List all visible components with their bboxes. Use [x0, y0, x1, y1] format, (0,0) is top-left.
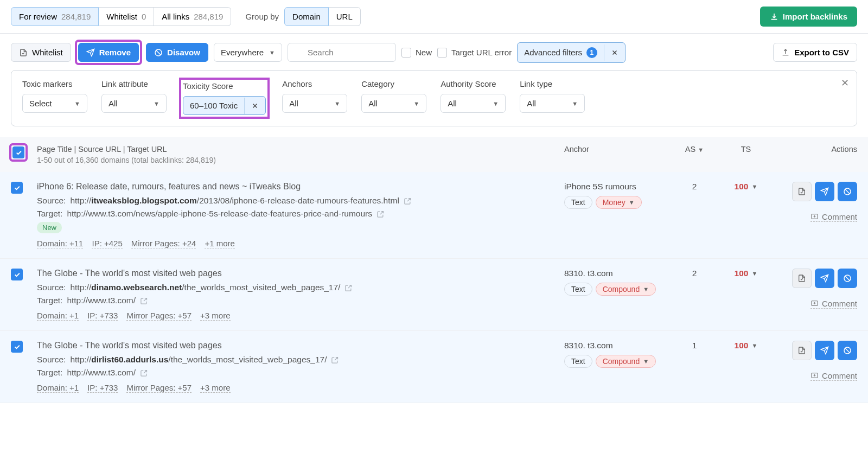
- th-main-label: Page Title | Source URL | Target URL: [37, 145, 564, 154]
- tab-label: Whitelist: [106, 12, 137, 21]
- row-whitelist-button[interactable]: [792, 341, 812, 360]
- row-disavow-button[interactable]: [838, 269, 857, 288]
- meta-link[interactable]: IP: +733: [87, 383, 118, 393]
- search-input[interactable]: [288, 43, 396, 62]
- anchor-badge[interactable]: Text: [564, 283, 592, 296]
- filter-toxic-markers: Toxic markers Select ▼: [22, 79, 87, 117]
- row-whitelist-button[interactable]: [792, 182, 812, 201]
- target-url-error-checkbox[interactable]: Target URL error: [437, 48, 512, 58]
- export-csv-button[interactable]: Export to CSV: [773, 43, 857, 62]
- dropdown-value: Select: [29, 99, 52, 108]
- row-disavow-button[interactable]: [838, 182, 857, 201]
- import-backlinks-button[interactable]: Import backlinks: [760, 7, 857, 27]
- dropdown-value: All: [108, 99, 118, 108]
- filter-label: Anchors: [282, 79, 347, 88]
- advanced-filters-main[interactable]: Advanced filters 1: [518, 43, 604, 62]
- meta-link[interactable]: Mirror Pages: +57: [126, 383, 192, 393]
- toxicity-score-chip[interactable]: 60–100 Toxic: [183, 96, 266, 115]
- top-tabs-bar: For review 284,819 Whitelist 0 All links…: [0, 0, 868, 34]
- row-source: Source: http://itweaksblog.blogspot.com/…: [37, 196, 564, 206]
- select-all-wrap: [11, 145, 37, 160]
- meta-link[interactable]: Mirror Pages: +57: [126, 311, 192, 321]
- anchor-badge[interactable]: Compound ▼: [596, 283, 656, 296]
- ts-value[interactable]: 100 ▼: [735, 182, 758, 192]
- anchor-badge[interactable]: Text: [564, 196, 592, 209]
- row-remove-button[interactable]: [815, 269, 834, 288]
- row-whitelist-button[interactable]: [792, 269, 812, 288]
- tab-all-links[interactable]: All links 284,819: [154, 7, 231, 26]
- meta-link[interactable]: Domain: +1: [37, 383, 79, 393]
- meta-link[interactable]: IP: +733: [87, 311, 118, 321]
- tab-for-review[interactable]: For review 284,819: [11, 7, 99, 26]
- tab-label: For review: [19, 12, 57, 21]
- row-checkbox[interactable]: [11, 182, 23, 194]
- row-title: iPhone 6: Release date, rumours, feature…: [37, 182, 564, 192]
- comment-link[interactable]: Comment: [810, 299, 857, 309]
- table-header: Page Title | Source URL | Target URL 1-5…: [0, 137, 868, 172]
- whitelist-button[interactable]: Whitelist: [11, 43, 71, 62]
- button-label: Whitelist: [32, 48, 63, 57]
- anchor-badge[interactable]: Compound ▼: [596, 355, 656, 368]
- row-checkbox[interactable]: [11, 341, 23, 353]
- filter-panel: Toxic markers Select ▼ Link attribute Al…: [11, 70, 857, 126]
- ts-value[interactable]: 100 ▼: [735, 269, 758, 278]
- disavow-button[interactable]: Disavow: [146, 43, 208, 62]
- meta-link[interactable]: Mirror Pages: +24: [131, 239, 196, 248]
- new-checkbox[interactable]: New: [401, 48, 432, 58]
- category-dropdown[interactable]: All ▼: [361, 94, 426, 113]
- link-type-dropdown[interactable]: All ▼: [520, 94, 585, 113]
- filter-anchors: Anchors All ▼: [282, 79, 347, 117]
- advanced-filters-chip[interactable]: Advanced filters 1: [517, 42, 626, 63]
- dropdown-value: All: [368, 99, 378, 108]
- row-checkbox[interactable]: [11, 269, 23, 280]
- group-by-domain[interactable]: Domain: [284, 7, 329, 26]
- toxic-markers-dropdown[interactable]: Select ▼: [22, 94, 87, 113]
- meta-link[interactable]: +1 more: [205, 239, 234, 248]
- remove-button[interactable]: Remove: [78, 43, 139, 62]
- dropdown-value: All: [527, 99, 536, 108]
- chip-clear[interactable]: [244, 98, 265, 114]
- link-attribute-dropdown[interactable]: All ▼: [101, 94, 167, 113]
- authority-score-dropdown[interactable]: All ▼: [441, 94, 506, 113]
- group-by-url[interactable]: URL: [329, 7, 361, 26]
- row-remove-button[interactable]: [815, 341, 834, 360]
- comment-link[interactable]: Comment: [810, 371, 857, 381]
- row-remove-button[interactable]: [815, 182, 834, 201]
- button-label: Disavow: [167, 48, 200, 57]
- external-link-icon[interactable]: [344, 284, 353, 292]
- row-meta: Domain: +1IP: +733Mirror Pages: +57+3 mo…: [37, 383, 564, 393]
- chevron-down-icon: ▼: [751, 183, 757, 190]
- select-all-checkbox[interactable]: [12, 146, 24, 158]
- filter-label: Link attribute: [101, 79, 167, 88]
- advanced-filters-count: 1: [586, 47, 597, 58]
- meta-link[interactable]: IP: +425: [92, 239, 122, 248]
- meta-link[interactable]: Domain: +11: [37, 239, 83, 248]
- chevron-down-icon: ▼: [751, 342, 757, 349]
- anchor-badge[interactable]: Text: [564, 355, 592, 368]
- external-link-icon[interactable]: [140, 369, 148, 377]
- advanced-filters-clear[interactable]: [604, 44, 625, 61]
- scope-dropdown[interactable]: Everywhere ▼: [214, 43, 282, 62]
- external-link-icon[interactable]: [404, 197, 412, 205]
- anchors-dropdown[interactable]: All ▼: [282, 94, 347, 113]
- action-toolbar: Whitelist Remove Disavow Everywhere ▼ Ne…: [0, 34, 868, 63]
- row-disavow-button[interactable]: [838, 341, 857, 360]
- table-row: The Globe - The world's most visited web…: [0, 331, 868, 403]
- external-link-icon[interactable]: [331, 356, 339, 364]
- meta-link[interactable]: +3 more: [200, 311, 230, 321]
- comment-link[interactable]: Comment: [810, 212, 857, 222]
- button-label: Export to CSV: [794, 48, 849, 57]
- th-as[interactable]: AS ▼: [673, 145, 716, 154]
- ts-value[interactable]: 100 ▼: [735, 341, 758, 350]
- external-link-icon[interactable]: [140, 297, 148, 305]
- meta-link[interactable]: Domain: +1: [37, 311, 79, 321]
- meta-link[interactable]: +3 more: [200, 383, 230, 393]
- as-value: 2: [692, 269, 697, 278]
- filter-panel-close[interactable]: ✕: [841, 77, 849, 89]
- send-icon: [86, 48, 95, 57]
- tab-whitelist[interactable]: Whitelist 0: [99, 7, 154, 26]
- chip-value: 60–100 Toxic: [183, 97, 244, 114]
- external-link-icon[interactable]: [376, 210, 385, 218]
- anchor-badge[interactable]: Money ▼: [596, 196, 642, 209]
- chevron-down-icon: ▼: [413, 100, 419, 107]
